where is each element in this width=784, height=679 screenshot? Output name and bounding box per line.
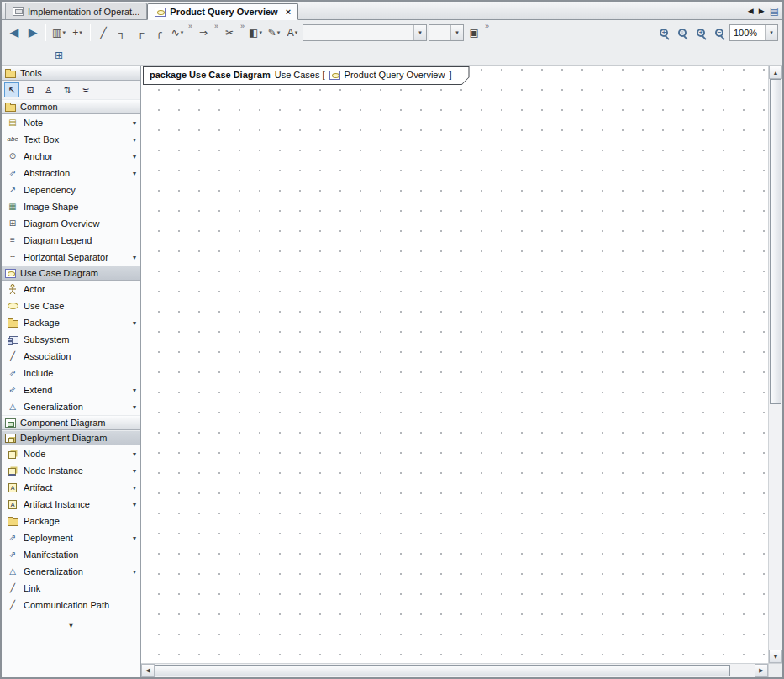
line-path-button[interactable]: ╱ <box>95 24 112 41</box>
palette-item-communication-path[interactable]: ╱ Communication Path <box>2 597 140 613</box>
palette-scroll-down-button[interactable]: ▼ <box>57 620 85 630</box>
previous-tab-icon[interactable]: ◀ <box>748 7 754 15</box>
chevron-down-icon[interactable]: ▾ <box>765 25 777 40</box>
next-tab-icon[interactable]: ▶ <box>759 7 765 15</box>
fill-color-button[interactable]: ◧▾ <box>247 24 264 41</box>
palette-item-use-case[interactable]: Use Case <box>2 297 140 314</box>
scroll-down-button[interactable]: ▼ <box>769 650 782 663</box>
add-shape-button[interactable]: +▾ <box>69 24 86 41</box>
scroll-up-button[interactable]: ▲ <box>769 66 782 79</box>
font-size-combobox[interactable]: ▾ <box>429 24 464 41</box>
palette-item-image-shape[interactable]: ▦ Image Shape <box>2 198 140 215</box>
dropdown-arrow-icon[interactable]: ▾ <box>133 534 136 542</box>
zoom-area-button[interactable]: ▫ <box>674 24 691 41</box>
sticky-tool[interactable]: ♙ <box>41 82 56 97</box>
forward-button[interactable]: ▶ <box>24 24 41 41</box>
horizontal-scrollbar[interactable]: ◀ ▶ <box>141 663 768 677</box>
section-header-deployment-diagram[interactable]: Deployment Diagram <box>2 430 140 445</box>
palette-item-node[interactable]: Node ▾ <box>2 445 140 462</box>
diagram-canvas[interactable]: package Use Case Diagram Use Cases [ Pro… <box>141 66 768 663</box>
palette-item-subsystem[interactable]: Subsystem <box>2 331 140 348</box>
dropdown-arrow-icon[interactable]: ▾ <box>133 403 136 411</box>
zoom-fit-button[interactable]: + <box>692 24 709 41</box>
palette-item-text-box[interactable]: abc Text Box ▾ <box>2 131 140 148</box>
close-tab-icon[interactable]: × <box>286 7 291 17</box>
vertical-scroll-thumb[interactable] <box>770 79 781 404</box>
chevron-down-icon[interactable]: ▾ <box>79 29 82 36</box>
palette-item-anchor[interactable]: ⊙ Anchor ▾ <box>2 148 140 165</box>
zoom-level-combobox[interactable]: 100%▾ <box>729 24 778 41</box>
rectilinear-path-button[interactable]: ┐ <box>113 24 130 41</box>
palette-item-deployment[interactable]: ⇗ Deployment ▾ <box>2 529 140 546</box>
window-list-icon[interactable]: ▤ <box>770 5 779 17</box>
font-name-combobox[interactable]: ▾ <box>303 24 427 41</box>
dropdown-arrow-icon[interactable]: ▾ <box>133 387 136 394</box>
scroll-left-button[interactable]: ◀ <box>141 664 155 677</box>
chevron-down-icon[interactable]: ▾ <box>259 29 262 36</box>
palette-item-dependency[interactable]: ↗ Dependency <box>2 182 140 198</box>
toolbar-overflow-icon[interactable]: » <box>188 22 192 30</box>
curved-path-button[interactable]: ╭ <box>150 24 167 41</box>
palette-item-node-instance[interactable]: Node Instance ▾ <box>2 462 140 479</box>
section-header-common[interactable]: Common <box>2 99 140 114</box>
scroll-right-button[interactable]: ▶ <box>755 664 768 677</box>
dropdown-arrow-icon[interactable]: ▾ <box>133 170 136 177</box>
zoom-in-button[interactable]: + <box>655 24 672 41</box>
pointer-tool[interactable]: ↖ <box>4 82 19 97</box>
dropdown-arrow-icon[interactable]: ▾ <box>133 153 136 161</box>
apply-style-button[interactable]: ⇒ <box>195 24 212 41</box>
dropdown-arrow-icon[interactable]: ▾ <box>133 119 136 127</box>
palette-item-link[interactable]: ╱ Link <box>2 580 140 597</box>
palette-item-package[interactable]: Package ▾ <box>2 314 140 331</box>
palette-item-include[interactable]: ⇗ Include <box>2 365 140 382</box>
horizontal-tree-tool[interactable]: ≍ <box>78 82 93 97</box>
tools-header[interactable]: Tools <box>2 66 140 81</box>
chevron-down-icon[interactable]: ▾ <box>295 29 298 36</box>
area-select-tool[interactable]: ⊡ <box>23 82 38 97</box>
palette-item-artifact-instance[interactable]: Artifact Instance ▾ <box>2 496 140 513</box>
palette-item-diagram-overview[interactable]: ⊞ Diagram Overview <box>2 215 140 232</box>
vertical-scrollbar[interactable]: ▲ ▼ <box>768 66 782 663</box>
palette-item-association[interactable]: ╱ Association <box>2 348 140 365</box>
palette-item-package-dep[interactable]: Package <box>2 513 140 529</box>
dropdown-arrow-icon[interactable]: ▾ <box>133 484 136 492</box>
horizontal-scroll-thumb[interactable] <box>155 665 730 676</box>
palette-item-generalization-dep[interactable]: △ Generalization ▾ <box>2 563 140 580</box>
chevron-down-icon[interactable]: ▾ <box>62 29 66 36</box>
vertical-scroll-track[interactable] <box>769 79 782 650</box>
dropdown-arrow-icon[interactable]: ▾ <box>133 467 136 475</box>
palette-item-artifact[interactable]: Artifact ▾ <box>2 479 140 496</box>
back-button[interactable]: ◀ <box>6 24 23 41</box>
image-button[interactable]: ▣ <box>466 24 482 41</box>
cut-button[interactable]: ✂ <box>221 24 238 41</box>
dropdown-arrow-icon[interactable]: ▾ <box>133 254 136 261</box>
chevron-down-icon[interactable]: ▾ <box>450 25 463 40</box>
section-header-use-case-diagram[interactable]: Use Case Diagram <box>2 266 140 281</box>
vertical-tree-tool[interactable]: ⇅ <box>60 82 75 97</box>
tab-implementation-of-operations[interactable]: Implementation of Operat... <box>5 3 147 19</box>
palette-item-diagram-legend[interactable]: ≡ Diagram Legend <box>2 232 140 249</box>
chevron-down-icon[interactable]: ▾ <box>413 25 426 40</box>
dropdown-arrow-icon[interactable]: ▾ <box>133 568 136 576</box>
related-elements-button[interactable]: ⊞ <box>50 47 67 64</box>
toolbar-overflow-icon[interactable]: » <box>485 22 489 30</box>
oblique-path-button[interactable]: ┌ <box>132 24 149 41</box>
dropdown-arrow-icon[interactable]: ▾ <box>133 136 136 144</box>
chevron-down-icon[interactable]: ▾ <box>181 29 184 36</box>
font-color-button[interactable]: A▾ <box>284 24 301 41</box>
palette-item-extend[interactable]: ⇙ Extend ▾ <box>2 382 140 398</box>
chevron-down-icon[interactable]: ▾ <box>277 29 281 36</box>
palette-item-manifestation[interactable]: ⇗ Manifestation <box>2 546 140 563</box>
line-color-button[interactable]: ✎▾ <box>266 24 282 41</box>
dropdown-arrow-icon[interactable]: ▾ <box>133 501 136 508</box>
dropdown-arrow-icon[interactable]: ▾ <box>133 319 136 327</box>
zoom-out-button[interactable]: − <box>711 24 728 41</box>
toolbar-overflow-icon[interactable]: » <box>240 22 245 30</box>
section-header-component-diagram[interactable]: Component Diagram <box>2 415 140 430</box>
toolbar-overflow-icon[interactable]: » <box>214 22 218 30</box>
palette-item-generalization-uc[interactable]: △ Generalization ▾ <box>2 398 140 415</box>
palette-item-actor[interactable]: Actor <box>2 281 140 297</box>
dropdown-arrow-icon[interactable]: ▾ <box>133 450 136 458</box>
horizontal-scroll-track[interactable] <box>155 664 755 677</box>
swimlane-button[interactable]: ▥▾ <box>50 24 67 41</box>
